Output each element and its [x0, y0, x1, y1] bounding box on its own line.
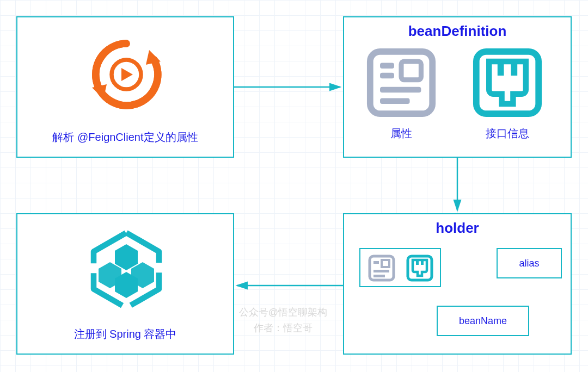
arrow-br-to-bl [234, 280, 343, 291]
parse-caption: 解析 @FeignClient定义的属性 [17, 130, 233, 145]
box-bean-definition: beanDefinition 属性 接口信息 [343, 16, 572, 158]
box-register-spring: 注册到 Spring 容器中 [16, 213, 234, 355]
interface-icon [472, 47, 543, 118]
arrow-tr-to-br [452, 158, 463, 213]
bean-name-label: beanName [459, 315, 507, 327]
svg-rect-12 [511, 61, 518, 76]
interface-caption: 接口信息 [472, 126, 543, 141]
svg-rect-16 [373, 270, 389, 272]
svg-rect-15 [382, 260, 389, 267]
box-parse-feignclient: 解析 @FeignClient定义的属性 [16, 16, 234, 158]
holder-bean-name-box: beanName [437, 306, 529, 336]
svg-rect-19 [416, 260, 419, 265]
refresh-play-icon [85, 34, 167, 115]
svg-rect-17 [373, 275, 385, 277]
holder-mini-bean-definition [359, 248, 441, 287]
properties-icon-small [368, 255, 395, 282]
svg-rect-7 [401, 61, 421, 80]
svg-marker-22 [115, 244, 138, 270]
interface-icon-small [406, 255, 433, 282]
svg-rect-20 [421, 260, 424, 265]
arrow-tl-to-tr [234, 82, 343, 92]
holder-alias-box: alias [497, 248, 562, 278]
svg-rect-5 [380, 63, 394, 69]
svg-rect-9 [380, 98, 410, 104]
properties-icon [366, 47, 437, 118]
svg-rect-6 [380, 73, 394, 78]
svg-marker-3 [121, 68, 133, 81]
register-caption: 注册到 Spring 容器中 [17, 327, 233, 342]
watermark-line2: 作者：悟空哥 [223, 320, 343, 336]
watermark: 公众号@悟空聊架构 作者：悟空哥 [223, 305, 343, 336]
alias-label: alias [519, 258, 539, 269]
svg-rect-11 [498, 61, 504, 76]
bean-definition-title: beanDefinition [344, 23, 571, 40]
cube-cluster-icon [85, 230, 167, 311]
watermark-line1: 公众号@悟空聊架构 [223, 305, 343, 320]
svg-rect-8 [380, 87, 421, 92]
properties-caption: 属性 [366, 126, 437, 141]
svg-rect-14 [373, 261, 379, 264]
box-holder: holder alias beanName [343, 213, 572, 355]
holder-title: holder [344, 220, 571, 237]
